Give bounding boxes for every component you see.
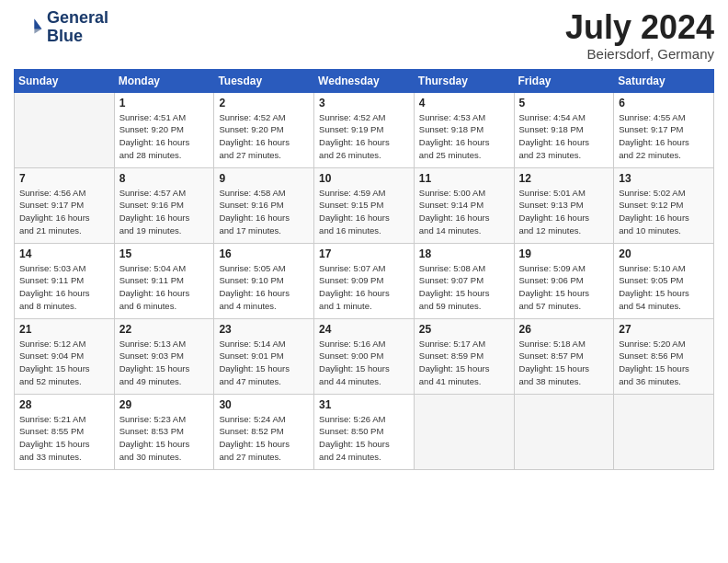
day-info: Sunrise: 4:51 AM Sunset: 9:20 PM Dayligh… <box>119 111 210 162</box>
day-number: 13 <box>619 172 709 185</box>
day-cell: 3Sunrise: 4:52 AM Sunset: 9:19 PM Daylig… <box>314 92 415 167</box>
day-number: 30 <box>219 398 309 411</box>
subtitle: Beiersdorf, Germany <box>565 46 714 62</box>
day-info: Sunrise: 5:26 AM Sunset: 8:50 PM Dayligh… <box>319 413 409 464</box>
day-number: 1 <box>119 97 210 109</box>
day-cell: 31Sunrise: 5:26 AM Sunset: 8:50 PM Dayli… <box>314 394 415 469</box>
calendar-container: General Blue July 2024 Beiersdorf, Germa… <box>0 0 728 479</box>
day-number: 9 <box>219 172 309 185</box>
header-day-saturday: Saturday <box>614 69 714 92</box>
day-info: Sunrise: 5:18 AM Sunset: 8:57 PM Dayligh… <box>519 338 609 388</box>
day-number: 12 <box>519 172 609 185</box>
day-number: 25 <box>419 323 509 336</box>
week-row-3: 14Sunrise: 5:03 AM Sunset: 9:11 PM Dayli… <box>15 243 714 318</box>
day-cell <box>15 92 115 167</box>
day-info: Sunrise: 5:10 AM Sunset: 9:05 PM Dayligh… <box>619 262 709 313</box>
day-cell: 27Sunrise: 5:20 AM Sunset: 8:56 PM Dayli… <box>614 318 714 394</box>
day-cell <box>514 394 614 469</box>
day-number: 2 <box>219 97 309 109</box>
day-number: 26 <box>519 323 609 336</box>
day-cell: 13Sunrise: 5:02 AM Sunset: 9:12 PM Dayli… <box>614 167 714 243</box>
week-row-5: 28Sunrise: 5:21 AM Sunset: 8:55 PM Dayli… <box>15 394 714 469</box>
day-info: Sunrise: 5:02 AM Sunset: 9:12 PM Dayligh… <box>619 187 709 237</box>
day-cell: 21Sunrise: 5:12 AM Sunset: 9:04 PM Dayli… <box>15 318 115 394</box>
day-number: 18 <box>419 247 509 260</box>
day-cell: 2Sunrise: 4:52 AM Sunset: 9:20 PM Daylig… <box>214 92 314 167</box>
day-number: 14 <box>19 247 109 260</box>
day-cell: 20Sunrise: 5:10 AM Sunset: 9:05 PM Dayli… <box>614 243 714 318</box>
day-number: 11 <box>419 172 509 185</box>
day-cell: 4Sunrise: 4:53 AM Sunset: 9:18 PM Daylig… <box>414 92 514 167</box>
day-number: 7 <box>19 172 109 185</box>
day-cell: 22Sunrise: 5:13 AM Sunset: 9:03 PM Dayli… <box>114 318 214 394</box>
day-number: 8 <box>119 172 210 185</box>
day-info: Sunrise: 5:24 AM Sunset: 8:52 PM Dayligh… <box>219 413 309 464</box>
day-cell <box>414 394 514 469</box>
day-info: Sunrise: 5:03 AM Sunset: 9:11 PM Dayligh… <box>19 262 109 313</box>
day-number: 4 <box>419 97 509 109</box>
day-number: 23 <box>219 323 309 336</box>
day-info: Sunrise: 5:17 AM Sunset: 8:59 PM Dayligh… <box>419 338 509 388</box>
day-cell: 30Sunrise: 5:24 AM Sunset: 8:52 PM Dayli… <box>214 394 314 469</box>
day-info: Sunrise: 4:54 AM Sunset: 9:18 PM Dayligh… <box>519 111 609 162</box>
day-info: Sunrise: 5:09 AM Sunset: 9:06 PM Dayligh… <box>519 262 609 313</box>
day-cell: 6Sunrise: 4:55 AM Sunset: 9:17 PM Daylig… <box>614 92 714 167</box>
header-day-thursday: Thursday <box>414 69 514 92</box>
svg-marker-1 <box>34 18 41 33</box>
header-day-sunday: Sunday <box>15 69 115 92</box>
week-row-4: 21Sunrise: 5:12 AM Sunset: 9:04 PM Dayli… <box>15 318 714 394</box>
day-info: Sunrise: 4:56 AM Sunset: 9:17 PM Dayligh… <box>19 187 109 237</box>
day-info: Sunrise: 5:01 AM Sunset: 9:13 PM Dayligh… <box>519 187 609 237</box>
title-area: July 2024 Beiersdorf, Germany <box>565 9 714 62</box>
day-cell: 25Sunrise: 5:17 AM Sunset: 8:59 PM Dayli… <box>414 318 514 394</box>
day-number: 3 <box>319 97 409 109</box>
day-cell: 9Sunrise: 4:58 AM Sunset: 9:16 PM Daylig… <box>214 167 314 243</box>
day-number: 20 <box>619 247 709 260</box>
day-cell: 15Sunrise: 5:04 AM Sunset: 9:11 PM Dayli… <box>114 243 214 318</box>
day-number: 5 <box>519 97 609 109</box>
day-info: Sunrise: 4:52 AM Sunset: 9:20 PM Dayligh… <box>219 111 309 162</box>
day-number: 16 <box>219 247 309 260</box>
week-row-1: 1Sunrise: 4:51 AM Sunset: 9:20 PM Daylig… <box>15 92 714 167</box>
day-number: 10 <box>319 172 409 185</box>
header-day-friday: Friday <box>514 69 614 92</box>
day-cell <box>614 394 714 469</box>
day-number: 15 <box>119 247 210 260</box>
day-number: 29 <box>119 398 210 411</box>
day-cell: 19Sunrise: 5:09 AM Sunset: 9:06 PM Dayli… <box>514 243 614 318</box>
day-cell: 12Sunrise: 5:01 AM Sunset: 9:13 PM Dayli… <box>514 167 614 243</box>
day-info: Sunrise: 4:57 AM Sunset: 9:16 PM Dayligh… <box>119 187 210 237</box>
calendar-table: SundayMondayTuesdayWednesdayThursdayFrid… <box>14 69 714 470</box>
day-number: 28 <box>19 398 109 411</box>
day-cell: 11Sunrise: 5:00 AM Sunset: 9:14 PM Dayli… <box>414 167 514 243</box>
day-info: Sunrise: 4:55 AM Sunset: 9:17 PM Dayligh… <box>619 111 709 162</box>
header: General Blue July 2024 Beiersdorf, Germa… <box>14 9 714 62</box>
day-number: 21 <box>19 323 109 336</box>
header-day-wednesday: Wednesday <box>314 69 415 92</box>
day-cell: 26Sunrise: 5:18 AM Sunset: 8:57 PM Dayli… <box>514 318 614 394</box>
day-info: Sunrise: 5:13 AM Sunset: 9:03 PM Dayligh… <box>119 338 210 388</box>
day-cell: 14Sunrise: 5:03 AM Sunset: 9:11 PM Dayli… <box>15 243 115 318</box>
day-cell: 8Sunrise: 4:57 AM Sunset: 9:16 PM Daylig… <box>114 167 214 243</box>
day-cell: 5Sunrise: 4:54 AM Sunset: 9:18 PM Daylig… <box>514 92 614 167</box>
day-info: Sunrise: 5:23 AM Sunset: 8:53 PM Dayligh… <box>119 413 210 464</box>
day-cell: 16Sunrise: 5:05 AM Sunset: 9:10 PM Dayli… <box>214 243 314 318</box>
day-info: Sunrise: 4:52 AM Sunset: 9:19 PM Dayligh… <box>319 111 409 162</box>
day-cell: 29Sunrise: 5:23 AM Sunset: 8:53 PM Dayli… <box>114 394 214 469</box>
day-cell: 23Sunrise: 5:14 AM Sunset: 9:01 PM Dayli… <box>214 318 314 394</box>
day-info: Sunrise: 5:00 AM Sunset: 9:14 PM Dayligh… <box>419 187 509 237</box>
day-cell: 28Sunrise: 5:21 AM Sunset: 8:55 PM Dayli… <box>15 394 115 469</box>
header-row: SundayMondayTuesdayWednesdayThursdayFrid… <box>15 69 714 92</box>
day-info: Sunrise: 5:07 AM Sunset: 9:09 PM Dayligh… <box>319 262 409 313</box>
day-info: Sunrise: 5:14 AM Sunset: 9:01 PM Dayligh… <box>219 338 309 388</box>
day-cell: 17Sunrise: 5:07 AM Sunset: 9:09 PM Dayli… <box>314 243 415 318</box>
day-info: Sunrise: 4:53 AM Sunset: 9:18 PM Dayligh… <box>419 111 509 162</box>
day-info: Sunrise: 5:20 AM Sunset: 8:56 PM Dayligh… <box>619 338 709 388</box>
day-cell: 1Sunrise: 4:51 AM Sunset: 9:20 PM Daylig… <box>114 92 214 167</box>
day-info: Sunrise: 4:58 AM Sunset: 9:16 PM Dayligh… <box>219 187 309 237</box>
day-number: 24 <box>319 323 409 336</box>
day-number: 19 <box>519 247 609 260</box>
day-info: Sunrise: 5:05 AM Sunset: 9:10 PM Dayligh… <box>219 262 309 313</box>
day-number: 17 <box>319 247 409 260</box>
header-day-monday: Monday <box>114 69 214 92</box>
